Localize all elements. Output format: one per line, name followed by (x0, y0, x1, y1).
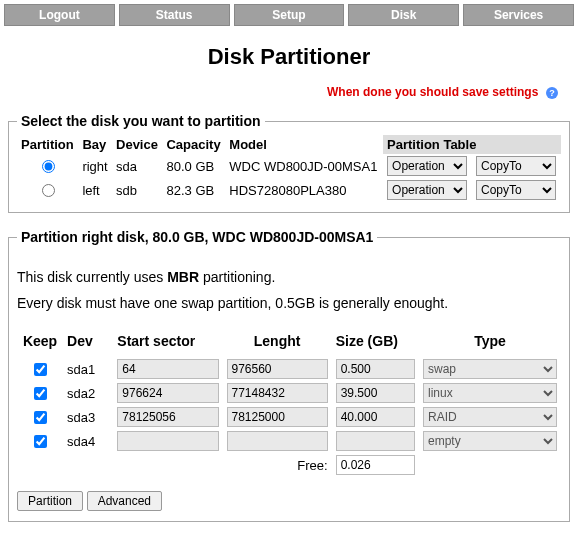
size-input[interactable] (336, 407, 415, 427)
nav-status[interactable]: Status (119, 4, 230, 26)
length-input[interactable] (227, 407, 328, 427)
hdr-bay: Bay (78, 135, 112, 154)
page-title: Disk Partitioner (4, 44, 574, 70)
part-dev: sda3 (63, 405, 113, 429)
part-dev: sda1 (63, 357, 113, 381)
type-select[interactable]: RAID (423, 407, 557, 427)
type-select[interactable]: linux (423, 383, 557, 403)
hdr-model: Model (225, 135, 383, 154)
nav-services[interactable]: Services (463, 4, 574, 26)
keep-checkbox[interactable] (34, 363, 47, 376)
part-dev: sda2 (63, 381, 113, 405)
hdr-size: Size (GB) (332, 329, 419, 357)
disk-table: Partition Bay Device Capacity Model Part… (17, 135, 561, 202)
size-input[interactable] (336, 383, 415, 403)
start-sector-input[interactable] (117, 359, 218, 379)
partitions-table: Keep Dev Start sector Lenght Size (GB) T… (17, 329, 561, 477)
operation-select-sda[interactable]: Operation (387, 156, 467, 176)
disk-radio-sda[interactable] (42, 160, 55, 173)
advanced-button[interactable]: Advanced (87, 491, 162, 511)
hdr-dev: Dev (63, 329, 113, 357)
swap-note: Every disk must have one swap partition,… (17, 295, 561, 311)
top-nav: Logout Status Setup Disk Services (4, 4, 574, 26)
save-warning: When done you should save settings (327, 85, 538, 99)
start-sector-input[interactable] (117, 407, 218, 427)
disk-bay: right (78, 154, 112, 178)
hdr-start: Start sector (113, 329, 222, 357)
start-sector-input[interactable] (117, 383, 218, 403)
nav-logout[interactable]: Logout (4, 4, 115, 26)
scheme-name: MBR (167, 269, 199, 285)
disk-select-legend: Select the disk you want to partition (17, 113, 265, 129)
nav-setup[interactable]: Setup (234, 4, 345, 26)
hdr-capacity: Capacity (162, 135, 225, 154)
length-input[interactable] (227, 359, 328, 379)
scheme-info: This disk currently uses MBR partitionin… (17, 269, 561, 285)
size-input[interactable] (336, 431, 415, 451)
disk-bay: left (78, 178, 112, 202)
partition-button[interactable]: Partition (17, 491, 83, 511)
type-select[interactable]: swap (423, 359, 557, 379)
copyto-select-sdb[interactable]: CopyTo (476, 180, 556, 200)
keep-checkbox[interactable] (34, 411, 47, 424)
keep-checkbox[interactable] (34, 435, 47, 448)
type-select[interactable]: empty (423, 431, 557, 451)
length-input[interactable] (227, 383, 328, 403)
disk-model: WDC WD800JD-00MSA1 (225, 154, 383, 178)
keep-checkbox[interactable] (34, 387, 47, 400)
disk-capacity: 82.3 GB (162, 178, 225, 202)
disk-radio-sdb[interactable] (42, 184, 55, 197)
free-label: Free: (223, 453, 332, 477)
hdr-partition-table: Partition Table (383, 135, 561, 154)
partitions-legend: Partition right disk, 80.0 GB, WDC WD800… (17, 229, 377, 245)
scheme-post: partitioning. (199, 269, 275, 285)
hdr-partition: Partition (17, 135, 78, 154)
disk-device: sdb (112, 178, 162, 202)
hdr-len: Lenght (223, 329, 332, 357)
disk-select-fieldset: Select the disk you want to partition Pa… (8, 113, 570, 213)
nav-disk[interactable]: Disk (348, 4, 459, 26)
warning-line: When done you should save settings ? (4, 84, 574, 99)
free-value-input[interactable] (336, 455, 415, 475)
button-row: Partition Advanced (17, 491, 561, 511)
copyto-select-sda[interactable]: CopyTo (476, 156, 556, 176)
hdr-device: Device (112, 135, 162, 154)
start-sector-input[interactable] (117, 431, 218, 451)
size-input[interactable] (336, 359, 415, 379)
operation-select-sdb[interactable]: Operation (387, 180, 467, 200)
free-row: Free: (17, 453, 561, 477)
partition-row: sda3 RAID (17, 405, 561, 429)
part-dev: sda4 (63, 429, 113, 453)
disk-model: HDS728080PLA380 (225, 178, 383, 202)
disk-capacity: 80.0 GB (162, 154, 225, 178)
partitions-fieldset: Partition right disk, 80.0 GB, WDC WD800… (8, 229, 570, 522)
disk-row: right sda 80.0 GB WDC WD800JD-00MSA1 Ope… (17, 154, 561, 178)
hdr-keep: Keep (17, 329, 63, 357)
disk-row: left sdb 82.3 GB HDS728080PLA380 Operati… (17, 178, 561, 202)
partition-row: sda1 swap (17, 357, 561, 381)
disk-device: sda (112, 154, 162, 178)
length-input[interactable] (227, 431, 328, 451)
scheme-pre: This disk currently uses (17, 269, 167, 285)
help-icon[interactable]: ? (546, 87, 558, 99)
hdr-type: Type (419, 329, 561, 357)
partition-row: sda4 empty (17, 429, 561, 453)
partition-row: sda2 linux (17, 381, 561, 405)
